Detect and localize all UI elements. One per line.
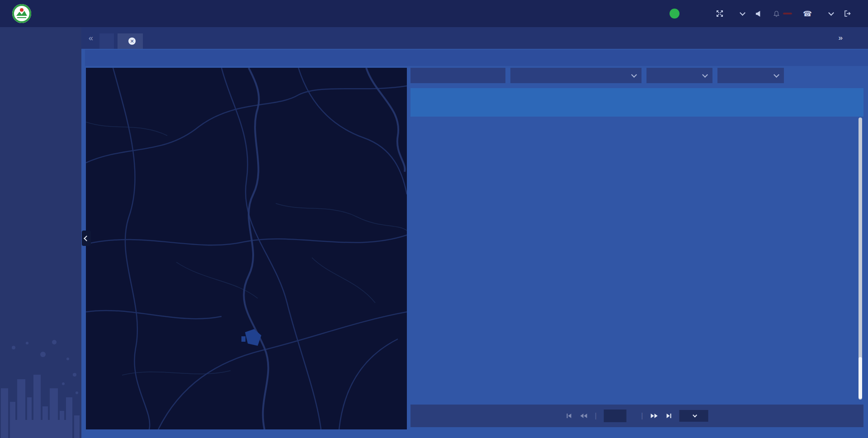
region-filter-select[interactable]: [510, 68, 642, 83]
first-page-button[interactable]: [566, 413, 573, 419]
sidebar: [0, 27, 81, 438]
chevron-down-icon: [693, 413, 697, 417]
stats-bar: [85, 50, 868, 66]
industry-filter-select[interactable]: [646, 68, 712, 83]
fullscreen-icon: [716, 10, 723, 17]
chevron-down-icon: [702, 72, 708, 78]
map-roads: [86, 68, 407, 429]
chevron-down-icon: [740, 10, 745, 16]
tab-realtime-monitor[interactable]: ✕: [118, 33, 143, 49]
chevron-left-icon: [84, 235, 90, 241]
tabs-scroll-left-icon[interactable]: «: [89, 33, 93, 43]
mute-speaker-icon[interactable]: [755, 10, 762, 17]
page-size-select[interactable]: [679, 410, 708, 422]
chevron-down-icon: [774, 72, 779, 78]
chevron-down-icon: [828, 10, 834, 16]
last-page-icon: [665, 413, 672, 419]
help-button[interactable]: ☎: [803, 9, 815, 18]
chevron-down-icon: [631, 72, 637, 78]
last-page-button[interactable]: [665, 413, 672, 419]
tab-bar: « ✕ »: [81, 27, 868, 49]
col-industry: [569, 88, 626, 117]
temperature-badge: [670, 9, 679, 19]
notifications[interactable]: [773, 10, 792, 17]
monitor-panel: | |: [410, 68, 863, 427]
page-number-input[interactable]: [604, 410, 627, 422]
col-meter: [746, 88, 782, 117]
temperature: [670, 9, 683, 19]
logout-icon: [844, 10, 851, 17]
filter-bar: [410, 68, 863, 83]
table-body: [410, 117, 863, 402]
status-filter-select[interactable]: [717, 68, 784, 83]
org-menu[interactable]: [826, 13, 833, 15]
col-limit: [626, 88, 665, 117]
first-page-icon: [566, 413, 573, 419]
map[interactable]: [86, 68, 407, 429]
app-header: ☎: [0, 0, 868, 27]
prev-page-button[interactable]: [580, 413, 588, 419]
theme-menu[interactable]: [737, 13, 745, 15]
name-filter-input[interactable]: [410, 68, 505, 83]
bell-icon: [773, 10, 780, 17]
phone-icon: ☎: [803, 9, 812, 18]
col-region: [436, 88, 502, 117]
col-monitor: [705, 88, 746, 117]
logout-button[interactable]: [844, 10, 854, 17]
table-header: [410, 88, 863, 117]
notification-count-badge: [783, 13, 792, 14]
next-page-button[interactable]: [650, 413, 658, 419]
skyline-decoration: [0, 334, 81, 438]
search-input[interactable]: [416, 71, 500, 80]
col-company: [502, 88, 569, 117]
col-point-status-group: [782, 88, 857, 117]
tabs-scroll-right-icon[interactable]: »: [839, 33, 843, 42]
tab-home[interactable]: [99, 33, 114, 49]
scrollbar-thumb[interactable]: [859, 357, 862, 399]
next-page-icon: [650, 413, 658, 419]
fullscreen-button[interactable]: [716, 10, 726, 17]
app-logo-icon: [12, 4, 32, 24]
pagination-bar: | |: [410, 405, 863, 427]
panel-collapse-button[interactable]: [82, 231, 91, 246]
prev-page-icon: [580, 413, 588, 419]
col-facility: [665, 88, 705, 117]
tab-close-icon[interactable]: ✕: [128, 38, 136, 45]
